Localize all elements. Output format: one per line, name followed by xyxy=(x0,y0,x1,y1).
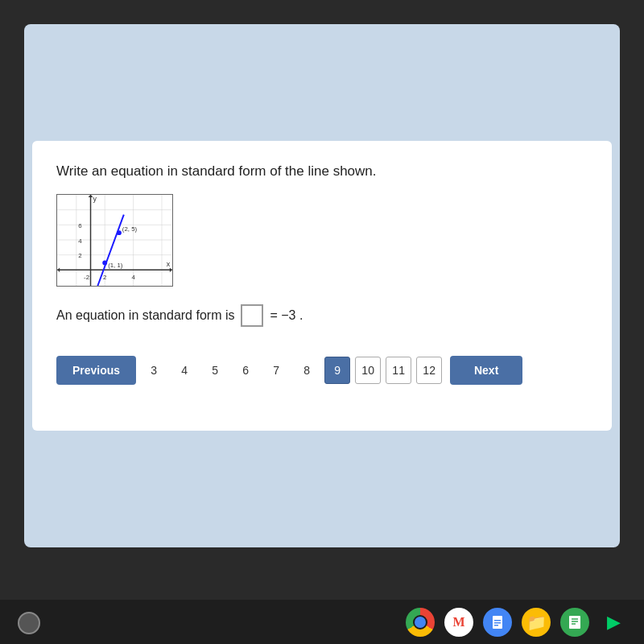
equation-suffix: = −3 . xyxy=(270,308,303,323)
svg-line-22 xyxy=(97,215,123,286)
play-store-icon[interactable]: ▶ xyxy=(599,608,628,637)
svg-rect-29 xyxy=(494,622,501,624)
svg-point-25 xyxy=(102,261,107,266)
graph-container: x y 2 4 6 -2 2 4 xyxy=(56,194,173,287)
svg-text:-2: -2 xyxy=(84,274,89,281)
drive-icon[interactable] xyxy=(560,608,589,637)
svg-text:2: 2 xyxy=(78,252,81,259)
svg-text:2: 2 xyxy=(103,274,106,281)
taskbar-dot xyxy=(18,612,40,634)
svg-text:x: x xyxy=(167,260,171,268)
svg-rect-30 xyxy=(494,625,498,626)
equation-prefix: An equation in standard form is xyxy=(56,308,234,323)
docs-icon[interactable] xyxy=(483,608,512,637)
next-button[interactable]: Next xyxy=(450,356,522,385)
svg-rect-31 xyxy=(569,616,580,629)
svg-text:y: y xyxy=(93,195,97,203)
svg-rect-28 xyxy=(494,620,501,621)
previous-button[interactable]: Previous xyxy=(56,356,136,385)
page-6[interactable]: 6 xyxy=(233,357,258,384)
svg-text:6: 6 xyxy=(78,222,82,229)
page-7[interactable]: 7 xyxy=(263,357,289,384)
graph-svg: x y 2 4 6 -2 2 4 xyxy=(57,195,172,286)
page-9[interactable]: 9 xyxy=(324,357,350,384)
svg-marker-12 xyxy=(57,267,60,272)
chrome-icon[interactable] xyxy=(406,608,435,637)
svg-text:(2, 5): (2, 5) xyxy=(122,225,138,233)
screen: Write an equation in standard form of th… xyxy=(24,24,620,547)
page-8[interactable]: 8 xyxy=(294,357,320,384)
content-card: Write an equation in standard form of th… xyxy=(32,141,612,431)
equation-input-box[interactable] xyxy=(241,304,263,327)
page-3[interactable]: 3 xyxy=(141,357,167,384)
page-12[interactable]: 12 xyxy=(416,357,442,384)
nav-bar: Previous 3 4 5 6 7 8 9 10 11 12 Next xyxy=(56,356,588,385)
svg-text:4: 4 xyxy=(131,274,135,281)
drive-svg xyxy=(567,614,583,630)
equation-line: An equation in standard form is = −3 . xyxy=(56,304,588,327)
page-5[interactable]: 5 xyxy=(202,357,228,384)
svg-text:4: 4 xyxy=(78,237,82,245)
gmail-icon[interactable]: M xyxy=(444,608,473,637)
svg-point-23 xyxy=(117,230,122,235)
page-10[interactable]: 10 xyxy=(355,357,381,384)
page-4[interactable]: 4 xyxy=(171,357,197,384)
question-text: Write an equation in standard form of th… xyxy=(56,163,588,180)
folder-icon[interactable]: 📁 xyxy=(522,608,551,637)
page-11[interactable]: 11 xyxy=(386,357,411,384)
taskbar: M 📁 ▶ xyxy=(0,600,644,644)
svg-text:(1, 1): (1, 1) xyxy=(108,262,123,269)
docs-svg xyxy=(489,614,506,630)
